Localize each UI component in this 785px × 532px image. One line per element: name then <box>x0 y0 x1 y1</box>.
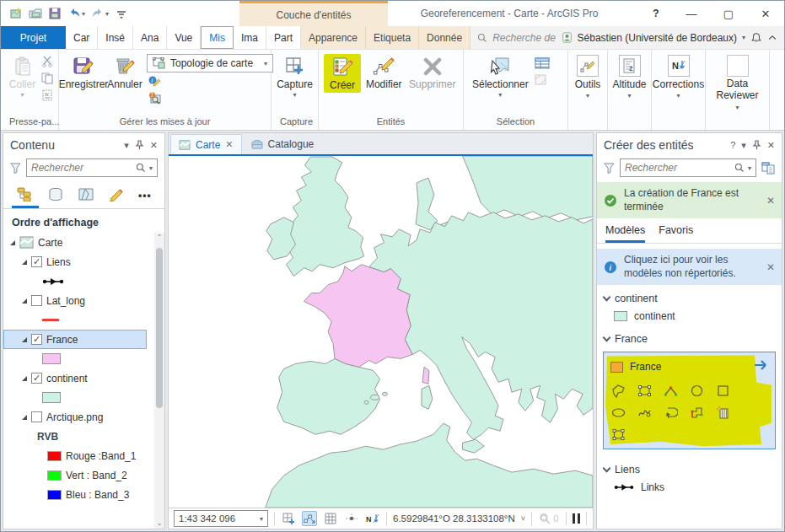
vertices-rectangle-tool[interactable] <box>637 383 652 398</box>
topologie-combo[interactable]: Topologie de carte ▾ <box>147 54 273 73</box>
corrections-button[interactable]: N Corrections▾ <box>652 50 705 99</box>
open-project-button[interactable] <box>29 7 42 20</box>
minimize-button[interactable]: — <box>673 1 710 26</box>
error-inspector-icon[interactable]: i <box>147 75 273 89</box>
tab-analyse[interactable]: Ana <box>133 26 167 49</box>
expand-caret[interactable] <box>10 240 15 245</box>
pause-drawing-icon[interactable] <box>573 513 580 524</box>
error-review-icon[interactable]: ! <box>147 92 273 107</box>
selection-tools-icon[interactable] <box>535 74 550 88</box>
direction-offset-icon[interactable]: N <box>365 511 380 526</box>
map-canvas[interactable] <box>169 156 593 508</box>
expand-caret[interactable] <box>22 260 27 265</box>
tab-apparence[interactable]: Apparence <box>301 26 366 49</box>
view-tab-carte[interactable]: Carte ✕ <box>170 134 242 154</box>
continent-checkbox[interactable]: ✓ <box>31 373 42 384</box>
filter-icon[interactable] <box>604 163 615 174</box>
enregistrer-button[interactable]: Enregistrer <box>64 54 103 92</box>
tab-favoris[interactable]: Favoris <box>659 224 693 243</box>
close-panel-icon[interactable]: ✕ <box>767 140 775 151</box>
search-dropdown-icon[interactable]: ▾ <box>748 164 751 172</box>
tab-vue[interactable]: Vue <box>167 26 201 49</box>
right-angle-polygon-tool[interactable] <box>689 405 704 420</box>
continent-symbol-swatch[interactable] <box>42 392 61 403</box>
expand-caret[interactable] <box>22 376 27 381</box>
new-project-button[interactable] <box>9 7 23 20</box>
tab-partager[interactable]: Part <box>266 26 301 49</box>
supprimer-button[interactable]: Supprimer <box>406 54 458 92</box>
search-dropdown-icon[interactable]: ▾ <box>149 164 153 172</box>
coordinates-dropdown-icon[interactable]: ˅ <box>521 514 525 523</box>
template-links[interactable]: Links <box>597 478 782 497</box>
tab-selection-view[interactable] <box>73 184 99 208</box>
polygon-tool[interactable] <box>610 383 626 398</box>
ground-to-grid-icon[interactable] <box>344 511 359 526</box>
scrollbar-thumb[interactable] <box>156 248 163 408</box>
tree-item-lat-long[interactable]: Lat_long <box>3 291 154 310</box>
scroll-down-icon[interactable]: ⌄ <box>157 519 163 529</box>
trace-tool[interactable] <box>663 405 678 420</box>
copier-icon[interactable] <box>41 73 53 87</box>
tab-projet[interactable]: Projet <box>1 26 66 49</box>
command-search[interactable]: Recherche de commande (Alt+Q <box>477 32 556 44</box>
lat-long-checkbox[interactable] <box>31 295 42 306</box>
annotation-grid-tool[interactable] <box>715 405 730 420</box>
snapping-toggle[interactable] <box>302 511 317 526</box>
dismiss-info-icon[interactable]: ✕ <box>766 261 775 273</box>
tab-inserer[interactable]: Insé <box>98 26 133 49</box>
filter-icon[interactable] <box>10 163 21 174</box>
annuler-button[interactable]: Annuler <box>105 54 144 92</box>
scale-dropdown-icon[interactable]: ▾ <box>260 515 263 523</box>
tab-data-source[interactable] <box>42 184 69 208</box>
contents-search-input[interactable]: Rechercher ▾ <box>26 159 158 177</box>
circle-tool[interactable] <box>689 383 704 398</box>
tree-item-carte[interactable]: Carte <box>3 233 154 252</box>
expand-caret[interactable] <box>22 298 27 304</box>
view-tab-catalogue[interactable]: Catalogue <box>244 134 322 154</box>
dismiss-notification-icon[interactable]: ✕ <box>766 195 775 207</box>
template-continent[interactable]: continent <box>597 307 782 325</box>
france-symbol-row[interactable] <box>3 349 154 368</box>
tab-carte[interactable]: Car <box>66 26 98 49</box>
tree-item-france[interactable]: ✓ France <box>3 330 147 349</box>
template-search-input[interactable]: Rechercher ▾ <box>620 159 756 177</box>
tab-donnees[interactable]: Donnée <box>419 26 470 49</box>
capture-button[interactable]: Capture▾ <box>276 54 315 100</box>
panel-menu-icon[interactable]: ▾ <box>741 140 746 151</box>
tab-editing-view[interactable] <box>103 184 130 208</box>
altitude-button[interactable]: z Altitude▾ <box>608 50 651 99</box>
selectionner-button[interactable]: Sélectionner▾ <box>469 54 532 100</box>
help-button[interactable]: ? <box>639 1 673 26</box>
section-france[interactable]: France <box>597 325 782 347</box>
grid-icon[interactable] <box>323 511 338 526</box>
tree-item-liens[interactable]: ✓ Liens <box>3 252 154 271</box>
copier-special-icon[interactable]: W. <box>41 89 53 104</box>
close-panel-icon[interactable]: ✕ <box>150 140 158 151</box>
close-view-icon[interactable]: ✕ <box>225 139 233 150</box>
ellipse-tool[interactable] <box>610 405 626 420</box>
grid-add-icon[interactable] <box>281 511 296 526</box>
section-liens[interactable]: Liens <box>597 456 782 478</box>
continent-symbol-row[interactable] <box>3 388 154 407</box>
couper-icon[interactable] <box>41 56 53 70</box>
forward-arrow-icon[interactable] <box>753 359 770 373</box>
scroll-up-icon[interactable]: ⌃ <box>157 233 163 243</box>
outils-button[interactable]: Outils▾ <box>568 50 607 99</box>
expand-caret[interactable] <box>22 415 27 420</box>
section-continent[interactable]: continent <box>597 285 782 307</box>
manage-templates-icon[interactable] <box>761 162 775 175</box>
tab-imagerie[interactable]: Ima <box>234 26 266 49</box>
tab-mise-a-jour[interactable]: Mis <box>201 26 234 49</box>
tree-item-continent[interactable]: ✓ continent <box>3 368 154 388</box>
liens-checkbox[interactable]: ✓ <box>31 256 42 267</box>
save-project-button[interactable] <box>48 7 62 20</box>
notifications-bell-icon[interactable] <box>750 32 762 44</box>
tab-modeles[interactable]: Modèles <box>605 224 645 243</box>
creer-button[interactable]: Créer <box>325 55 359 93</box>
line-tool[interactable] <box>663 383 678 398</box>
redo-button[interactable]: ▾ <box>91 7 109 20</box>
tree-item-arctique[interactable]: Arctique.png <box>3 407 154 427</box>
user-dropdown-icon[interactable]: ▾ <box>742 34 745 41</box>
arctique-checkbox[interactable] <box>31 411 42 422</box>
expand-caret[interactable] <box>22 337 27 342</box>
